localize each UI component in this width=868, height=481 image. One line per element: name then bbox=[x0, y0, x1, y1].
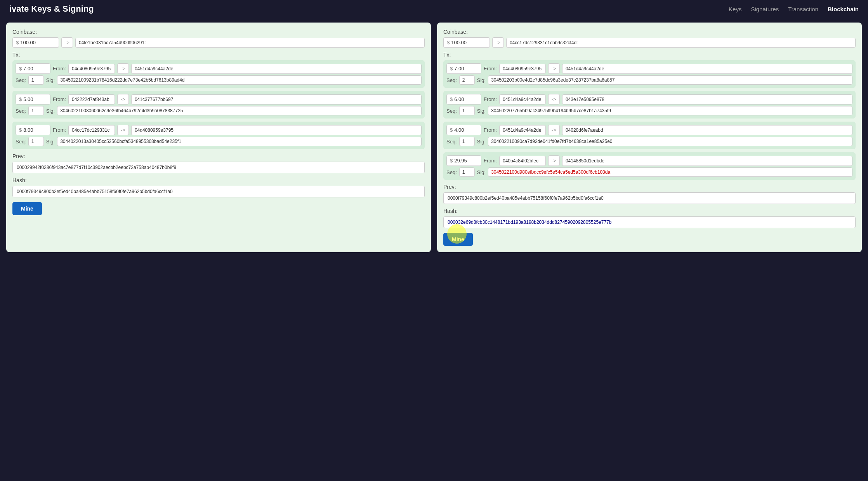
left-tx-0-seq[interactable]: 1 bbox=[28, 75, 44, 85]
right-tx-3-from-hash: 040b4c84f02bfec bbox=[499, 156, 546, 166]
right-tx-3-seq-sig: Seq: 1 Sig: 3045022100d980efbdcc9efc5e54… bbox=[446, 167, 852, 177]
right-tx-block-2: $ 4.00 From: 0451d4a9c44a2de -> 04020d6f… bbox=[443, 122, 856, 149]
left-tx-row-0-main: $ 7.00 From: 04d4080959e3795 -> 0451d4a9… bbox=[16, 63, 422, 74]
right-mine-button[interactable]: Mine bbox=[443, 233, 473, 246]
right-tx-2-seq-label: Seq: bbox=[446, 139, 457, 145]
left-tx-2-to-hash: 04d4080959e3795 bbox=[131, 125, 422, 135]
left-coinbase-amount-box: $ 100.00 bbox=[12, 37, 59, 48]
right-tx-3-from-label: From: bbox=[484, 158, 497, 164]
right-panel: Coinbase: $ 100.00 -> 04cc17dc129331c1cb… bbox=[437, 23, 862, 252]
right-tx-1-seq-label: Seq: bbox=[446, 108, 457, 114]
right-tx-2-amount: 4.00 bbox=[454, 127, 464, 133]
left-coinbase-hash: 04fe1be031bc7a54d900ff06291: bbox=[75, 38, 425, 48]
left-panel: Coinbase: $ 100.00 -> 04fe1be031bc7a54d9… bbox=[6, 23, 431, 252]
right-coinbase-arrow: -> bbox=[492, 37, 504, 48]
right-prev-label: Prev: bbox=[443, 184, 856, 190]
main-content: Coinbase: $ 100.00 -> 04fe1be031bc7a54d9… bbox=[0, 18, 868, 257]
left-tx-0-seq-label: Seq: bbox=[16, 77, 26, 83]
right-tx-row-3-main: $ 29.95 From: 040b4c84f02bfec -> 0414885… bbox=[446, 155, 852, 166]
right-tx-2-from-label: From: bbox=[484, 127, 497, 133]
left-tx-1-sig: 30460221008060d62c9e36fb464b792e4d3b9a08… bbox=[57, 106, 422, 115]
right-tx-3-sig: 3045022100d980efbdcc9efc5e54ca5ed5a300df… bbox=[488, 167, 852, 177]
right-tx-2-sig: 304602210090ca7d92de041fd0e7fd7b4638ca1e… bbox=[488, 137, 852, 146]
left-coinbase-row: $ 100.00 -> 04fe1be031bc7a54d900ff06291: bbox=[12, 37, 425, 48]
left-tx-1-sig-label: Sig: bbox=[46, 108, 55, 114]
right-tx-3-arrow: -> bbox=[548, 155, 560, 166]
right-tx-label: Tx: bbox=[443, 52, 856, 58]
left-tx-block-0: $ 7.00 From: 04d4080959e3795 -> 0451d4a9… bbox=[12, 60, 425, 88]
right-tx-0-sig: 304502203b00e4d2c7d85dc96a3ede37c287237b… bbox=[488, 75, 852, 85]
right-tx-3-amount-box: $ 29.95 bbox=[446, 155, 481, 166]
right-hash-value: 000032e69d8fcb30c1448171bd193a8198b2034d… bbox=[443, 216, 856, 228]
left-hash-label: Hash: bbox=[12, 177, 425, 183]
left-tx-1-from-hash: 042222d7af343ab bbox=[68, 94, 115, 105]
left-tx-2-amount-box: $ 8.00 bbox=[16, 125, 50, 135]
right-tx-2-seq[interactable]: 1 bbox=[459, 137, 475, 146]
right-tx-2-to-hash: 04020d6fe7aeabd bbox=[562, 125, 852, 135]
left-tx-2-arrow: -> bbox=[117, 125, 129, 135]
right-tx-0-sig-label: Sig: bbox=[477, 77, 486, 83]
left-tx-2-seq[interactable]: 1 bbox=[28, 137, 44, 146]
left-tx-2-from-hash: 04cc17dc129331c bbox=[68, 125, 115, 135]
right-mine-button-container: Mine bbox=[443, 228, 473, 246]
right-prev-section: Prev: 0000f79349c800b2ef5ed40ba485e4abb7… bbox=[443, 184, 856, 204]
right-tx-3-amount: 29.95 bbox=[454, 158, 467, 164]
left-prev-label: Prev: bbox=[12, 153, 425, 159]
left-tx-0-from-hash: 04d4080959e3795 bbox=[68, 64, 115, 74]
right-tx-0-seq[interactable]: 2 bbox=[459, 75, 475, 85]
left-tx-row-2-main: $ 8.00 From: 04cc17dc129331c -> 04d40809… bbox=[16, 125, 422, 135]
nav-bar: Keys Signatures Transaction Blockchain bbox=[729, 6, 859, 12]
right-tx-1-seq[interactable]: 1 bbox=[459, 106, 475, 115]
left-tx-2-from-label: From: bbox=[53, 127, 66, 133]
right-tx-0-seq-label: Seq: bbox=[446, 77, 457, 83]
right-tx-2-arrow: -> bbox=[548, 125, 560, 135]
right-tx-0-amount-box: $ 7.00 bbox=[446, 63, 481, 74]
left-tx-block-1: $ 5.00 From: 042222d7af343ab -> 041c3776… bbox=[12, 91, 425, 119]
right-tx-0-seq-sig: Seq: 2 Sig: 304502203b00e4d2c7d85dc96a3e… bbox=[446, 75, 852, 85]
right-tx-1-from-hash: 0451d4a9c44a2de bbox=[499, 94, 546, 105]
left-tx-1-amount-box: $ 5.00 bbox=[16, 94, 50, 105]
nav-keys[interactable]: Keys bbox=[729, 6, 741, 12]
left-tx-1-seq[interactable]: 1 bbox=[28, 106, 44, 115]
left-prev-section: Prev: 000029942f0286f943ac7e877d7f10c390… bbox=[12, 153, 425, 173]
right-tx-1-from-label: From: bbox=[484, 96, 497, 102]
left-tx-row-1-main: $ 5.00 From: 042222d7af343ab -> 041c3776… bbox=[16, 94, 422, 105]
right-tx-3-to-hash: 04148850d1edbde bbox=[562, 156, 852, 166]
left-tx-1-to-hash: 041c377677bb697 bbox=[131, 94, 422, 105]
left-tx-0-seq-sig: Seq: 1 Sig: 30450221009231b78416d222dd7e… bbox=[16, 75, 422, 85]
right-tx-0-amount: 7.00 bbox=[454, 66, 464, 71]
right-tx-row-0-main: $ 7.00 From: 04d4080959e3795 -> 0451d4a9… bbox=[446, 63, 852, 74]
right-tx-2-amount-box: $ 4.00 bbox=[446, 125, 481, 135]
right-coinbase-label: Coinbase: bbox=[443, 29, 856, 35]
right-tx-block-1: $ 6.00 From: 0451d4a9c44a2de -> 043e17e5… bbox=[443, 91, 856, 119]
left-tx-2-sig: 3044022013a30405cc52560bcfa5348955303bad… bbox=[57, 137, 422, 146]
left-coinbase-amount: 100.00 bbox=[20, 40, 36, 45]
right-hash-label: Hash: bbox=[443, 208, 856, 214]
right-hash-section: Hash: 000032e69d8fcb30c1448171bd193a8198… bbox=[443, 208, 856, 228]
nav-transaction[interactable]: Transaction bbox=[788, 6, 818, 12]
right-tx-0-arrow: -> bbox=[548, 63, 560, 74]
right-tx-1-to-hash: 043e17e5095e878 bbox=[562, 94, 852, 105]
left-tx-block-2: $ 8.00 From: 04cc17dc129331c -> 04d40809… bbox=[12, 122, 425, 149]
right-tx-3-seq[interactable]: 1 bbox=[459, 167, 475, 177]
right-tx-1-amount-box: $ 6.00 bbox=[446, 94, 481, 105]
left-mine-button[interactable]: Mine bbox=[12, 202, 42, 215]
right-tx-2-sig-label: Sig: bbox=[477, 139, 486, 145]
right-coinbase-row: $ 100.00 -> 04cc17dc129331c1cbb9c32cf4d: bbox=[443, 37, 856, 48]
left-prev-hash: 000029942f0286f943ac7e877d7f10c3902aecbb… bbox=[12, 162, 425, 173]
right-coinbase-hash: 04cc17dc129331c1cbb9c32cf4d: bbox=[506, 38, 856, 48]
nav-signatures[interactable]: Signatures bbox=[751, 6, 779, 12]
right-tx-2-from-hash: 0451d4a9c44a2de bbox=[499, 125, 546, 135]
page-title: ivate Keys & Signing bbox=[9, 4, 94, 14]
right-tx-1-seq-sig: Seq: 1 Sig: 304502207765bb9ac24975ff9b41… bbox=[446, 106, 852, 115]
right-tx-1-sig: 304502207765bb9ac24975ff9b4194b95b7ce87b… bbox=[488, 106, 852, 115]
left-coinbase-arrow: -> bbox=[61, 37, 73, 48]
left-hash-value: 0000f79349c800b2ef5ed40ba485e4abb75158f6… bbox=[12, 186, 425, 197]
left-hash-section: Hash: 0000f79349c800b2ef5ed40ba485e4abb7… bbox=[12, 177, 425, 197]
nav-blockchain[interactable]: Blockchain bbox=[828, 6, 859, 12]
left-tx-2-seq-sig: Seq: 1 Sig: 3044022013a30405cc52560bcfa5… bbox=[16, 137, 422, 146]
right-tx-row-2-main: $ 4.00 From: 0451d4a9c44a2de -> 04020d6f… bbox=[446, 125, 852, 135]
left-tx-0-sig-label: Sig: bbox=[46, 77, 55, 83]
right-tx-1-amount: 6.00 bbox=[454, 96, 464, 102]
right-tx-block-0: $ 7.00 From: 04d4080959e3795 -> 0451d4a9… bbox=[443, 60, 856, 88]
